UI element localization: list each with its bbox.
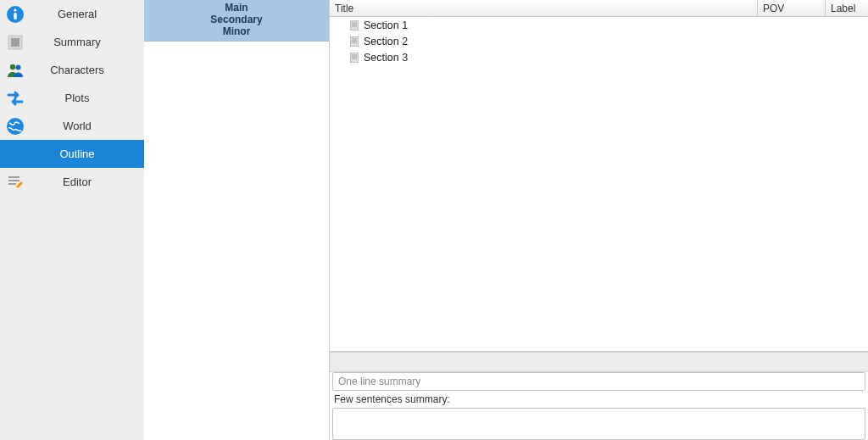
nav-item-summary[interactable]: Summary	[0, 28, 144, 56]
nav-label: Summary	[31, 36, 144, 48]
level-main: Main	[144, 2, 329, 14]
text-item-icon	[348, 53, 360, 63]
nav-label: Plots	[31, 92, 144, 104]
nav-label: Outline	[31, 148, 144, 160]
nav-item-editor[interactable]: Editor	[0, 168, 144, 196]
table-row[interactable]: Section 2	[330, 33, 868, 49]
nav-item-outline[interactable]: Outline	[0, 140, 144, 168]
col-pov[interactable]: POV	[758, 0, 826, 16]
col-label[interactable]: Label	[826, 0, 868, 16]
table-row[interactable]: Section 3	[330, 49, 868, 65]
svg-rect-4	[11, 38, 19, 47]
svg-point-1	[14, 8, 16, 11]
nav-label: World	[31, 120, 144, 132]
level-secondary: Secondary	[144, 14, 329, 25]
svg-point-6	[16, 64, 21, 70]
svg-rect-10	[8, 183, 16, 185]
editor-icon	[0, 173, 31, 192]
row-title: Section 2	[360, 36, 408, 47]
nav-label: General	[31, 8, 144, 20]
svg-rect-11	[350, 20, 359, 31]
levels-body	[144, 42, 329, 440]
nav-item-general[interactable]: General	[0, 0, 144, 28]
few-sentences-summary-input[interactable]	[332, 408, 865, 440]
nav-label: Editor	[31, 175, 144, 188]
outline-table-body[interactable]: Section 1 Section 2 Section 3	[330, 17, 868, 351]
summary-area: Few sentences summary:	[330, 372, 868, 440]
level-minor: Minor	[144, 25, 329, 37]
outline-table-header: Title POV Label	[330, 0, 868, 17]
characters-icon	[0, 61, 31, 80]
text-item-icon	[348, 36, 360, 47]
splitter[interactable]	[330, 352, 868, 372]
svg-rect-9	[8, 180, 19, 181]
nav-sidebar: General Summary Characters Plots World	[0, 0, 144, 440]
few-sentences-label: Few sentences summary:	[332, 391, 865, 408]
outline-table: Title POV Label Section 1 Secti	[330, 0, 868, 352]
one-line-summary-input[interactable]	[332, 372, 865, 391]
svg-point-5	[10, 64, 15, 69]
nav-item-characters[interactable]: Characters	[0, 56, 144, 84]
outline-main: Title POV Label Section 1 Secti	[330, 0, 868, 440]
world-icon	[0, 117, 31, 136]
svg-rect-8	[8, 176, 19, 178]
row-title: Section 3	[360, 52, 408, 64]
text-item-icon	[348, 20, 360, 31]
table-row[interactable]: Section 1	[330, 17, 868, 33]
svg-rect-2	[14, 13, 16, 19]
col-title[interactable]: Title	[330, 0, 758, 16]
svg-rect-19	[350, 53, 359, 63]
svg-rect-15	[350, 36, 359, 47]
levels-header[interactable]: Main Secondary Minor	[144, 0, 329, 42]
svg-point-7	[7, 118, 24, 135]
levels-panel: Main Secondary Minor	[144, 0, 330, 440]
info-icon	[0, 5, 31, 24]
row-title: Section 1	[360, 19, 408, 31]
plots-icon	[0, 89, 31, 108]
nav-item-world[interactable]: World	[0, 112, 144, 140]
nav-label: Characters	[31, 64, 144, 76]
summary-icon	[0, 33, 31, 52]
nav-item-plots[interactable]: Plots	[0, 84, 144, 112]
